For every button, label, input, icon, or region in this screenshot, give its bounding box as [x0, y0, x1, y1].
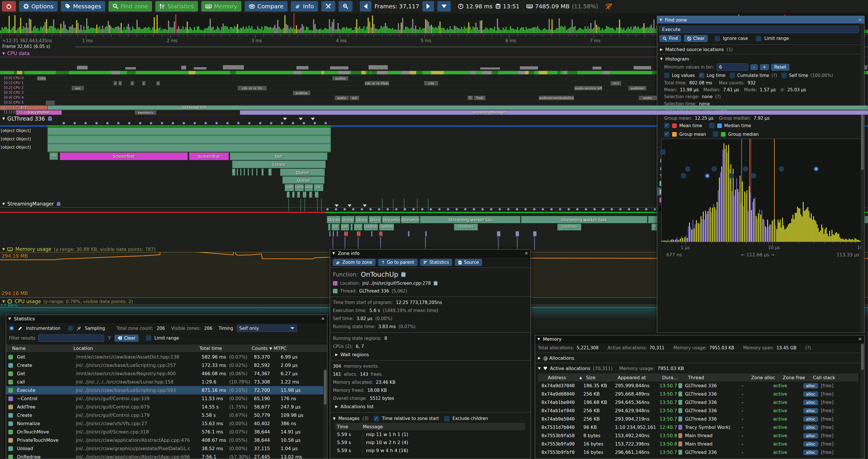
message-dot[interactable] — [516, 208, 518, 210]
timeline-zone[interactable]: C| — [497, 231, 500, 236]
timeline-zone[interactable]: ScreenText — [60, 153, 188, 160]
timeline-zone[interactable]: Create — [232, 160, 326, 168]
timeline-zone[interactable]: Streaming — [401, 216, 420, 223]
allocation-row[interactable]: 0x7553b9fa90 16 bytes 153,722,396ns 13:5… — [538, 440, 861, 448]
message-dot[interactable] — [559, 208, 561, 210]
big-zone-bar[interactable] — [48, 135, 331, 143]
timeline-zone[interactable]: Get — [230, 153, 328, 160]
message-dot[interactable] — [324, 122, 327, 124]
alloc-callstack-button[interactable]: alloc — [803, 450, 818, 455]
message-dot[interactable] — [292, 122, 294, 124]
cpu-context-chip[interactable]: mi:t — [611, 81, 621, 85]
allocation-row[interactable]: 0x74ab1be040 186.68 KB 294,645,364ns 13:… — [538, 398, 861, 406]
allocation-row[interactable]: 0x7553b9fa50 8 bytes 153,492,240ns 13:50… — [538, 431, 861, 440]
message-dot[interactable] — [237, 122, 240, 124]
zone-statistics-button[interactable]: Statistics — [420, 259, 453, 266]
alloc-callstack-button[interactable]: alloc — [803, 417, 818, 422]
cpu-context-chip[interactable]: cds_ol_rx_threa — [365, 81, 389, 85]
message-dot[interactable] — [602, 208, 604, 210]
timeline-zone[interactable]: L(U — [332, 224, 340, 230]
cpu-context-chip[interactable]: audioserver(AudioOut_D) — [539, 96, 574, 100]
histogram-expander[interactable]: ▼ Histogram — [657, 55, 864, 63]
timeline-zone[interactable]: Strear — [341, 216, 354, 223]
col-address[interactable]: Address — [548, 375, 579, 380]
close-icon[interactable]: ✕ — [525, 251, 528, 256]
memory-button[interactable]: Memory — [201, 1, 242, 12]
min-bin-decrease-button[interactable]: - — [750, 64, 758, 70]
collapsed-zone-marker[interactable] — [283, 118, 287, 122]
message-dot[interactable] — [215, 122, 218, 124]
table-row[interactable]: Get /mnt/e/claw/src/claw/base/AssetDict.… — [6, 353, 327, 361]
scrollbar-thumb[interactable] — [861, 112, 864, 170]
allocation-row[interactable]: 0x7553b9fbf0 16 bytes 296,661,146ns 13:5… — [538, 448, 861, 456]
message-row[interactable]: 5.59 s mip 9 w 4 h 4 (16) — [335, 446, 528, 454]
message-dot[interactable] — [352, 208, 354, 210]
ghost-icon[interactable] — [56, 201, 61, 206]
cpu-context-chip[interactable]: c — [142, 81, 145, 85]
alloc-callstack-button[interactable]: alloc — [803, 433, 818, 438]
find-button[interactable]: Find — [659, 35, 681, 42]
alloc-callstack-button[interactable]: alloc — [803, 408, 818, 413]
instrumentation-radio[interactable] — [9, 326, 14, 331]
timeline-zone[interactable]: Streaming worker tas — [420, 216, 521, 223]
timeline-zone[interactable]: Strea — [369, 216, 381, 223]
message-dot[interactable] — [128, 122, 130, 124]
timeline-zone[interactable]: LoadData — [454, 224, 478, 230]
table-row[interactable]: Get /mnt/e/claw/src/claw/base/Registry.h… — [6, 369, 327, 378]
cpu-context-chip[interactable] — [46, 101, 55, 105]
cpu-context-chip[interactable]: audioser — [628, 86, 646, 90]
timeline-zone[interactable] — [371, 231, 373, 236]
table-row[interactable]: PrivateTouchMove jni/../jni/src/claw/app… — [6, 436, 327, 445]
timeline-zone[interactable]: | — [292, 192, 295, 198]
close-icon[interactable]: ✕ — [858, 17, 862, 23]
timeline-zone[interactable]: C| — [379, 231, 382, 236]
message-dot[interactable] — [270, 122, 272, 124]
message-dot[interactable] — [473, 208, 475, 210]
allocation-row[interactable]: 0x74a9d37040 186.35 KB 295,999,844ns 13:… — [538, 382, 861, 390]
message-dot[interactable] — [248, 122, 250, 124]
big-zone-bar[interactable] — [48, 127, 331, 135]
table-row[interactable]: Normalize jni/../jni/src/claw/vfs/Vfs.cp… — [6, 419, 327, 428]
timeline-zone[interactable]: LoadDaU — [379, 224, 394, 230]
timeline-zone[interactable]: ( — [287, 192, 290, 198]
min-bin-increase-button[interactable]: + — [760, 64, 769, 70]
fz-limit-range-checkbox[interactable] — [756, 36, 762, 41]
group-by-radio[interactable] — [813, 166, 819, 172]
timeline-zone[interactable] — [240, 168, 242, 176]
timeline-zone[interactable]: Streaming — [382, 216, 400, 223]
allocation-row[interactable]: 0x7531d7b040 96 KB 1:10 234,952,161 12:4… — [538, 423, 861, 431]
timeline-zone[interactable]: LoadDaU — [364, 224, 378, 230]
col-mtpc[interactable]: MTPC — [274, 346, 286, 351]
message-dot[interactable] — [533, 208, 535, 210]
cpu-context-chip[interactable]: cds — [424, 81, 438, 85]
cpu-data-header[interactable]: ▼ CPU data — [2, 51, 30, 56]
cpu-context-chip[interactable]: audios — [333, 76, 348, 80]
timeline-zone[interactable]: C| — [533, 231, 536, 236]
timeline-zone[interactable]: LoadData — [557, 224, 581, 230]
col-message[interactable]: Message — [363, 424, 383, 429]
wait-regions-expander[interactable]: ▶ Wait regions — [335, 351, 528, 359]
alloc-callstack-button[interactable]: alloc — [803, 392, 818, 397]
table-row[interactable]: OnTouchMove jni/../jni/src/guif/Screen.c… — [6, 428, 327, 436]
table-row[interactable]: Create jni/../jni/src/claw/base/LuaScrip… — [6, 361, 327, 369]
col-thread[interactable]: Thread — [688, 375, 751, 380]
prev-frame-button[interactable] — [360, 1, 372, 12]
col-total-time[interactable]: Total time — [199, 346, 252, 351]
message-dot[interactable] — [343, 208, 346, 210]
timeline-zone[interactable]: Strean — [327, 216, 341, 223]
timeline-zone[interactable] — [237, 168, 238, 176]
messages-expander[interactable]: ▼ Messages (3) Time relative to zone sta… — [333, 414, 528, 423]
help-hint[interactable]: (?) — [772, 73, 777, 78]
col-appeared[interactable]: Appeared at — [618, 375, 662, 380]
show-zone-time-checkbox[interactable] — [660, 149, 665, 155]
message-dot[interactable] — [95, 122, 98, 124]
relative-time-checkbox[interactable] — [374, 416, 379, 421]
cpu7-streaming-bar[interactable]: StreamingManager — [240, 110, 868, 115]
log-time-checkbox[interactable] — [699, 73, 704, 78]
info-button[interactable]: Info — [291, 1, 318, 12]
clear-button[interactable]: Clear — [684, 35, 708, 42]
power-button[interactable] — [2, 1, 16, 12]
message-dot[interactable] — [63, 122, 65, 124]
zoom-to-zone-button[interactable]: Zoom to zone — [333, 259, 375, 266]
message-dot[interactable] — [194, 122, 196, 124]
